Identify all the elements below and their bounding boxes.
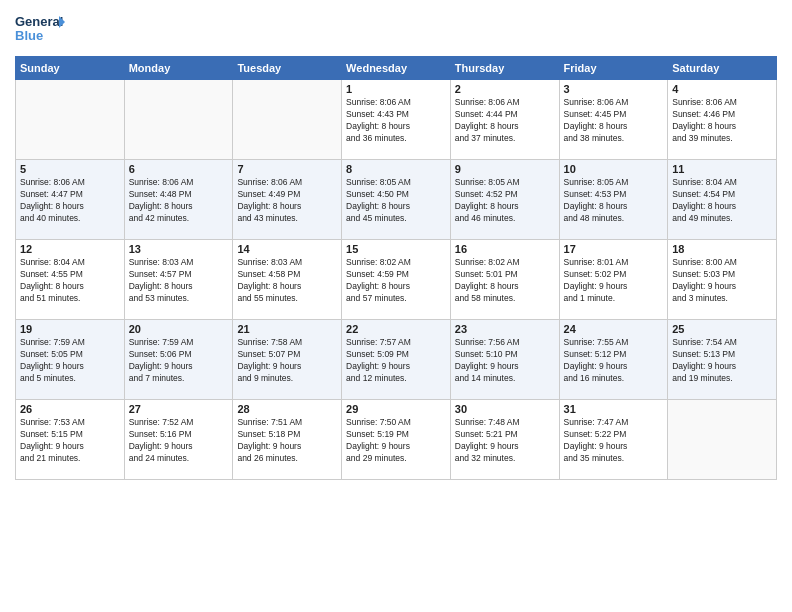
day-number: 22 bbox=[346, 323, 446, 335]
day-number: 15 bbox=[346, 243, 446, 255]
day-number: 31 bbox=[564, 403, 664, 415]
logo-svg: General Blue bbox=[15, 10, 65, 48]
day-info: Sunrise: 7:55 AM Sunset: 5:12 PM Dayligh… bbox=[564, 337, 664, 385]
calendar-cell bbox=[16, 80, 125, 160]
day-number: 11 bbox=[672, 163, 772, 175]
day-info: Sunrise: 8:04 AM Sunset: 4:54 PM Dayligh… bbox=[672, 177, 772, 225]
day-info: Sunrise: 7:57 AM Sunset: 5:09 PM Dayligh… bbox=[346, 337, 446, 385]
calendar-week-row: 26Sunrise: 7:53 AM Sunset: 5:15 PM Dayli… bbox=[16, 400, 777, 480]
day-number: 8 bbox=[346, 163, 446, 175]
day-number: 2 bbox=[455, 83, 555, 95]
day-info: Sunrise: 7:56 AM Sunset: 5:10 PM Dayligh… bbox=[455, 337, 555, 385]
day-info: Sunrise: 7:58 AM Sunset: 5:07 PM Dayligh… bbox=[237, 337, 337, 385]
calendar-cell: 8Sunrise: 8:05 AM Sunset: 4:50 PM Daylig… bbox=[342, 160, 451, 240]
day-info: Sunrise: 7:59 AM Sunset: 5:06 PM Dayligh… bbox=[129, 337, 229, 385]
svg-text:Blue: Blue bbox=[15, 28, 43, 43]
calendar-cell bbox=[233, 80, 342, 160]
day-number: 17 bbox=[564, 243, 664, 255]
calendar-cell: 1Sunrise: 8:06 AM Sunset: 4:43 PM Daylig… bbox=[342, 80, 451, 160]
day-info: Sunrise: 7:47 AM Sunset: 5:22 PM Dayligh… bbox=[564, 417, 664, 465]
calendar-week-row: 19Sunrise: 7:59 AM Sunset: 5:05 PM Dayli… bbox=[16, 320, 777, 400]
calendar-cell: 20Sunrise: 7:59 AM Sunset: 5:06 PM Dayli… bbox=[124, 320, 233, 400]
day-number: 18 bbox=[672, 243, 772, 255]
page: General Blue SundayMondayTuesdayWednesda… bbox=[0, 0, 792, 612]
day-info: Sunrise: 8:06 AM Sunset: 4:45 PM Dayligh… bbox=[564, 97, 664, 145]
calendar-cell: 17Sunrise: 8:01 AM Sunset: 5:02 PM Dayli… bbox=[559, 240, 668, 320]
weekday-header-monday: Monday bbox=[124, 57, 233, 80]
day-info: Sunrise: 8:05 AM Sunset: 4:52 PM Dayligh… bbox=[455, 177, 555, 225]
day-info: Sunrise: 7:51 AM Sunset: 5:18 PM Dayligh… bbox=[237, 417, 337, 465]
day-number: 5 bbox=[20, 163, 120, 175]
calendar-cell: 30Sunrise: 7:48 AM Sunset: 5:21 PM Dayli… bbox=[450, 400, 559, 480]
day-number: 25 bbox=[672, 323, 772, 335]
day-number: 24 bbox=[564, 323, 664, 335]
day-info: Sunrise: 8:06 AM Sunset: 4:49 PM Dayligh… bbox=[237, 177, 337, 225]
calendar-cell: 23Sunrise: 7:56 AM Sunset: 5:10 PM Dayli… bbox=[450, 320, 559, 400]
day-number: 21 bbox=[237, 323, 337, 335]
day-number: 27 bbox=[129, 403, 229, 415]
calendar-cell: 26Sunrise: 7:53 AM Sunset: 5:15 PM Dayli… bbox=[16, 400, 125, 480]
calendar-cell: 21Sunrise: 7:58 AM Sunset: 5:07 PM Dayli… bbox=[233, 320, 342, 400]
day-info: Sunrise: 8:04 AM Sunset: 4:55 PM Dayligh… bbox=[20, 257, 120, 305]
calendar-cell: 14Sunrise: 8:03 AM Sunset: 4:58 PM Dayli… bbox=[233, 240, 342, 320]
calendar-week-row: 12Sunrise: 8:04 AM Sunset: 4:55 PM Dayli… bbox=[16, 240, 777, 320]
day-number: 26 bbox=[20, 403, 120, 415]
day-number: 7 bbox=[237, 163, 337, 175]
svg-text:General: General bbox=[15, 14, 63, 29]
calendar-cell: 7Sunrise: 8:06 AM Sunset: 4:49 PM Daylig… bbox=[233, 160, 342, 240]
day-info: Sunrise: 8:06 AM Sunset: 4:44 PM Dayligh… bbox=[455, 97, 555, 145]
weekday-header-row: SundayMondayTuesdayWednesdayThursdayFrid… bbox=[16, 57, 777, 80]
day-number: 10 bbox=[564, 163, 664, 175]
calendar-cell: 25Sunrise: 7:54 AM Sunset: 5:13 PM Dayli… bbox=[668, 320, 777, 400]
day-number: 28 bbox=[237, 403, 337, 415]
calendar-cell bbox=[668, 400, 777, 480]
calendar-cell: 27Sunrise: 7:52 AM Sunset: 5:16 PM Dayli… bbox=[124, 400, 233, 480]
day-number: 16 bbox=[455, 243, 555, 255]
day-number: 20 bbox=[129, 323, 229, 335]
day-number: 29 bbox=[346, 403, 446, 415]
day-info: Sunrise: 8:03 AM Sunset: 4:57 PM Dayligh… bbox=[129, 257, 229, 305]
logo: General Blue bbox=[15, 10, 65, 48]
day-info: Sunrise: 8:06 AM Sunset: 4:47 PM Dayligh… bbox=[20, 177, 120, 225]
calendar-cell: 11Sunrise: 8:04 AM Sunset: 4:54 PM Dayli… bbox=[668, 160, 777, 240]
day-info: Sunrise: 8:02 AM Sunset: 5:01 PM Dayligh… bbox=[455, 257, 555, 305]
weekday-header-friday: Friday bbox=[559, 57, 668, 80]
calendar-cell bbox=[124, 80, 233, 160]
weekday-header-saturday: Saturday bbox=[668, 57, 777, 80]
day-number: 30 bbox=[455, 403, 555, 415]
day-number: 3 bbox=[564, 83, 664, 95]
day-info: Sunrise: 8:03 AM Sunset: 4:58 PM Dayligh… bbox=[237, 257, 337, 305]
day-info: Sunrise: 8:06 AM Sunset: 4:48 PM Dayligh… bbox=[129, 177, 229, 225]
day-number: 19 bbox=[20, 323, 120, 335]
calendar-cell: 24Sunrise: 7:55 AM Sunset: 5:12 PM Dayli… bbox=[559, 320, 668, 400]
day-number: 6 bbox=[129, 163, 229, 175]
day-number: 4 bbox=[672, 83, 772, 95]
weekday-header-sunday: Sunday bbox=[16, 57, 125, 80]
calendar-cell: 28Sunrise: 7:51 AM Sunset: 5:18 PM Dayli… bbox=[233, 400, 342, 480]
calendar-week-row: 5Sunrise: 8:06 AM Sunset: 4:47 PM Daylig… bbox=[16, 160, 777, 240]
calendar-cell: 22Sunrise: 7:57 AM Sunset: 5:09 PM Dayli… bbox=[342, 320, 451, 400]
day-info: Sunrise: 7:59 AM Sunset: 5:05 PM Dayligh… bbox=[20, 337, 120, 385]
day-info: Sunrise: 8:06 AM Sunset: 4:46 PM Dayligh… bbox=[672, 97, 772, 145]
day-info: Sunrise: 8:05 AM Sunset: 4:50 PM Dayligh… bbox=[346, 177, 446, 225]
day-info: Sunrise: 7:53 AM Sunset: 5:15 PM Dayligh… bbox=[20, 417, 120, 465]
day-info: Sunrise: 8:05 AM Sunset: 4:53 PM Dayligh… bbox=[564, 177, 664, 225]
day-info: Sunrise: 7:52 AM Sunset: 5:16 PM Dayligh… bbox=[129, 417, 229, 465]
calendar-cell: 12Sunrise: 8:04 AM Sunset: 4:55 PM Dayli… bbox=[16, 240, 125, 320]
calendar-cell: 15Sunrise: 8:02 AM Sunset: 4:59 PM Dayli… bbox=[342, 240, 451, 320]
day-info: Sunrise: 8:06 AM Sunset: 4:43 PM Dayligh… bbox=[346, 97, 446, 145]
weekday-header-thursday: Thursday bbox=[450, 57, 559, 80]
calendar-cell: 13Sunrise: 8:03 AM Sunset: 4:57 PM Dayli… bbox=[124, 240, 233, 320]
day-number: 1 bbox=[346, 83, 446, 95]
calendar-cell: 10Sunrise: 8:05 AM Sunset: 4:53 PM Dayli… bbox=[559, 160, 668, 240]
calendar-cell: 5Sunrise: 8:06 AM Sunset: 4:47 PM Daylig… bbox=[16, 160, 125, 240]
calendar-cell: 19Sunrise: 7:59 AM Sunset: 5:05 PM Dayli… bbox=[16, 320, 125, 400]
day-number: 12 bbox=[20, 243, 120, 255]
calendar-table: SundayMondayTuesdayWednesdayThursdayFrid… bbox=[15, 56, 777, 480]
day-number: 9 bbox=[455, 163, 555, 175]
day-info: Sunrise: 8:01 AM Sunset: 5:02 PM Dayligh… bbox=[564, 257, 664, 305]
calendar-cell: 31Sunrise: 7:47 AM Sunset: 5:22 PM Dayli… bbox=[559, 400, 668, 480]
day-info: Sunrise: 7:48 AM Sunset: 5:21 PM Dayligh… bbox=[455, 417, 555, 465]
calendar-cell: 2Sunrise: 8:06 AM Sunset: 4:44 PM Daylig… bbox=[450, 80, 559, 160]
day-info: Sunrise: 7:54 AM Sunset: 5:13 PM Dayligh… bbox=[672, 337, 772, 385]
